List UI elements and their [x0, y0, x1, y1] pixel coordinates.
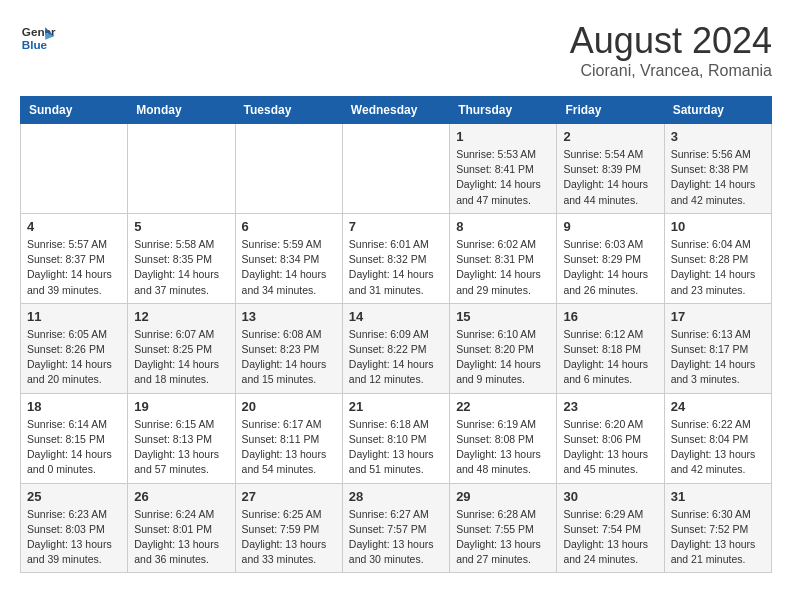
day-number: 13 — [242, 309, 336, 324]
calendar-day-cell: 18Sunrise: 6:14 AM Sunset: 8:15 PM Dayli… — [21, 393, 128, 483]
day-number: 26 — [134, 489, 228, 504]
day-number: 24 — [671, 399, 765, 414]
calendar-day-cell: 9Sunrise: 6:03 AM Sunset: 8:29 PM Daylig… — [557, 213, 664, 303]
location-subtitle: Ciorani, Vrancea, Romania — [570, 62, 772, 80]
day-number: 7 — [349, 219, 443, 234]
calendar-day-cell: 6Sunrise: 5:59 AM Sunset: 8:34 PM Daylig… — [235, 213, 342, 303]
calendar-day-cell: 23Sunrise: 6:20 AM Sunset: 8:06 PM Dayli… — [557, 393, 664, 483]
weekday-header: Wednesday — [342, 97, 449, 124]
page-header: General Blue August 2024 Ciorani, Vrance… — [20, 20, 772, 80]
day-info: Sunrise: 6:29 AM Sunset: 7:54 PM Dayligh… — [563, 507, 657, 568]
day-info: Sunrise: 6:13 AM Sunset: 8:17 PM Dayligh… — [671, 327, 765, 388]
calendar-day-cell: 2Sunrise: 5:54 AM Sunset: 8:39 PM Daylig… — [557, 124, 664, 214]
calendar-day-cell — [21, 124, 128, 214]
day-info: Sunrise: 5:57 AM Sunset: 8:37 PM Dayligh… — [27, 237, 121, 298]
calendar-day-cell — [235, 124, 342, 214]
calendar-week-row: 18Sunrise: 6:14 AM Sunset: 8:15 PM Dayli… — [21, 393, 772, 483]
calendar-day-cell: 26Sunrise: 6:24 AM Sunset: 8:01 PM Dayli… — [128, 483, 235, 573]
day-info: Sunrise: 5:56 AM Sunset: 8:38 PM Dayligh… — [671, 147, 765, 208]
day-number: 20 — [242, 399, 336, 414]
calendar-day-cell: 5Sunrise: 5:58 AM Sunset: 8:35 PM Daylig… — [128, 213, 235, 303]
calendar-day-cell: 29Sunrise: 6:28 AM Sunset: 7:55 PM Dayli… — [450, 483, 557, 573]
day-number: 28 — [349, 489, 443, 504]
month-title: August 2024 — [570, 20, 772, 62]
weekday-header: Friday — [557, 97, 664, 124]
calendar-day-cell — [342, 124, 449, 214]
weekday-header: Sunday — [21, 97, 128, 124]
calendar-day-cell: 17Sunrise: 6:13 AM Sunset: 8:17 PM Dayli… — [664, 303, 771, 393]
day-info: Sunrise: 6:20 AM Sunset: 8:06 PM Dayligh… — [563, 417, 657, 478]
day-number: 6 — [242, 219, 336, 234]
calendar-day-cell — [128, 124, 235, 214]
day-info: Sunrise: 6:15 AM Sunset: 8:13 PM Dayligh… — [134, 417, 228, 478]
calendar-day-cell: 21Sunrise: 6:18 AM Sunset: 8:10 PM Dayli… — [342, 393, 449, 483]
day-number: 23 — [563, 399, 657, 414]
day-number: 9 — [563, 219, 657, 234]
calendar-day-cell: 15Sunrise: 6:10 AM Sunset: 8:20 PM Dayli… — [450, 303, 557, 393]
day-number: 25 — [27, 489, 121, 504]
day-info: Sunrise: 5:53 AM Sunset: 8:41 PM Dayligh… — [456, 147, 550, 208]
calendar-day-cell: 14Sunrise: 6:09 AM Sunset: 8:22 PM Dayli… — [342, 303, 449, 393]
calendar-day-cell: 13Sunrise: 6:08 AM Sunset: 8:23 PM Dayli… — [235, 303, 342, 393]
calendar-day-cell: 31Sunrise: 6:30 AM Sunset: 7:52 PM Dayli… — [664, 483, 771, 573]
day-info: Sunrise: 6:09 AM Sunset: 8:22 PM Dayligh… — [349, 327, 443, 388]
calendar-day-cell: 12Sunrise: 6:07 AM Sunset: 8:25 PM Dayli… — [128, 303, 235, 393]
day-info: Sunrise: 6:14 AM Sunset: 8:15 PM Dayligh… — [27, 417, 121, 478]
calendar-day-cell: 22Sunrise: 6:19 AM Sunset: 8:08 PM Dayli… — [450, 393, 557, 483]
day-number: 2 — [563, 129, 657, 144]
calendar-week-row: 1Sunrise: 5:53 AM Sunset: 8:41 PM Daylig… — [21, 124, 772, 214]
weekday-header: Thursday — [450, 97, 557, 124]
day-number: 19 — [134, 399, 228, 414]
day-info: Sunrise: 6:05 AM Sunset: 8:26 PM Dayligh… — [27, 327, 121, 388]
day-info: Sunrise: 6:02 AM Sunset: 8:31 PM Dayligh… — [456, 237, 550, 298]
day-number: 16 — [563, 309, 657, 324]
calendar-day-cell: 30Sunrise: 6:29 AM Sunset: 7:54 PM Dayli… — [557, 483, 664, 573]
title-block: August 2024 Ciorani, Vrancea, Romania — [570, 20, 772, 80]
logo: General Blue — [20, 20, 56, 56]
calendar-week-row: 25Sunrise: 6:23 AM Sunset: 8:03 PM Dayli… — [21, 483, 772, 573]
day-number: 22 — [456, 399, 550, 414]
day-info: Sunrise: 6:25 AM Sunset: 7:59 PM Dayligh… — [242, 507, 336, 568]
calendar-day-cell: 11Sunrise: 6:05 AM Sunset: 8:26 PM Dayli… — [21, 303, 128, 393]
calendar-day-cell: 8Sunrise: 6:02 AM Sunset: 8:31 PM Daylig… — [450, 213, 557, 303]
day-info: Sunrise: 6:10 AM Sunset: 8:20 PM Dayligh… — [456, 327, 550, 388]
logo-icon: General Blue — [20, 20, 56, 56]
day-info: Sunrise: 6:28 AM Sunset: 7:55 PM Dayligh… — [456, 507, 550, 568]
day-info: Sunrise: 5:58 AM Sunset: 8:35 PM Dayligh… — [134, 237, 228, 298]
day-number: 3 — [671, 129, 765, 144]
day-number: 15 — [456, 309, 550, 324]
day-info: Sunrise: 5:54 AM Sunset: 8:39 PM Dayligh… — [563, 147, 657, 208]
day-number: 8 — [456, 219, 550, 234]
day-info: Sunrise: 6:12 AM Sunset: 8:18 PM Dayligh… — [563, 327, 657, 388]
calendar-table: SundayMondayTuesdayWednesdayThursdayFrid… — [20, 96, 772, 573]
day-info: Sunrise: 6:01 AM Sunset: 8:32 PM Dayligh… — [349, 237, 443, 298]
calendar-day-cell: 19Sunrise: 6:15 AM Sunset: 8:13 PM Dayli… — [128, 393, 235, 483]
calendar-day-cell: 4Sunrise: 5:57 AM Sunset: 8:37 PM Daylig… — [21, 213, 128, 303]
calendar-week-row: 4Sunrise: 5:57 AM Sunset: 8:37 PM Daylig… — [21, 213, 772, 303]
calendar-week-row: 11Sunrise: 6:05 AM Sunset: 8:26 PM Dayli… — [21, 303, 772, 393]
day-info: Sunrise: 6:18 AM Sunset: 8:10 PM Dayligh… — [349, 417, 443, 478]
day-number: 21 — [349, 399, 443, 414]
svg-text:Blue: Blue — [22, 38, 48, 51]
calendar-day-cell: 3Sunrise: 5:56 AM Sunset: 8:38 PM Daylig… — [664, 124, 771, 214]
day-number: 29 — [456, 489, 550, 504]
day-number: 30 — [563, 489, 657, 504]
day-number: 14 — [349, 309, 443, 324]
calendar-day-cell: 20Sunrise: 6:17 AM Sunset: 8:11 PM Dayli… — [235, 393, 342, 483]
day-info: Sunrise: 6:08 AM Sunset: 8:23 PM Dayligh… — [242, 327, 336, 388]
calendar-day-cell: 28Sunrise: 6:27 AM Sunset: 7:57 PM Dayli… — [342, 483, 449, 573]
day-number: 12 — [134, 309, 228, 324]
day-info: Sunrise: 6:30 AM Sunset: 7:52 PM Dayligh… — [671, 507, 765, 568]
weekday-header: Saturday — [664, 97, 771, 124]
calendar-day-cell: 7Sunrise: 6:01 AM Sunset: 8:32 PM Daylig… — [342, 213, 449, 303]
weekday-header-row: SundayMondayTuesdayWednesdayThursdayFrid… — [21, 97, 772, 124]
day-info: Sunrise: 6:22 AM Sunset: 8:04 PM Dayligh… — [671, 417, 765, 478]
day-info: Sunrise: 6:24 AM Sunset: 8:01 PM Dayligh… — [134, 507, 228, 568]
day-number: 4 — [27, 219, 121, 234]
calendar-day-cell: 10Sunrise: 6:04 AM Sunset: 8:28 PM Dayli… — [664, 213, 771, 303]
day-number: 18 — [27, 399, 121, 414]
day-info: Sunrise: 6:27 AM Sunset: 7:57 PM Dayligh… — [349, 507, 443, 568]
day-number: 10 — [671, 219, 765, 234]
day-info: Sunrise: 6:03 AM Sunset: 8:29 PM Dayligh… — [563, 237, 657, 298]
weekday-header: Monday — [128, 97, 235, 124]
